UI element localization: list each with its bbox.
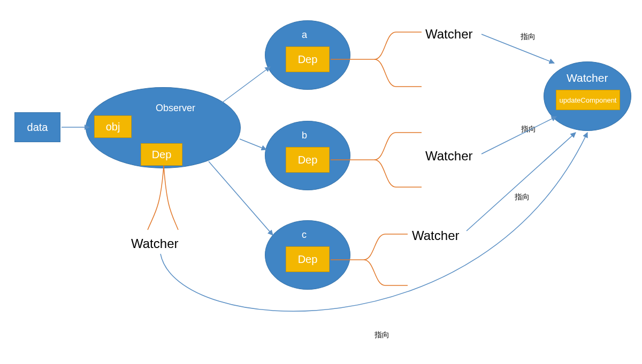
data-node: data [14,112,60,142]
a-dep-box: Dep [286,47,330,72]
observer-title: Observer [156,103,195,114]
watcher-label-c: Watcher [412,228,459,243]
observer-obj-box: obj [94,115,132,138]
bracket-a-bottom [374,59,422,87]
arrow-watcher-a-node [482,34,554,63]
observer-dep-label: Dep [152,149,172,161]
arrow-observer-a [222,67,270,103]
watcher-label-a: Watcher [425,27,472,42]
observer-node: Observer obj Dep [86,87,241,168]
bracket-b-bottom [374,160,422,187]
watcher-node: Watcher updateComponent [544,61,631,131]
watcher-label-bottom: Watcher [131,236,178,251]
bracket-observer-dep-left [148,166,164,230]
a-dep-label: Dep [298,53,318,66]
observer-obj-label: obj [106,121,120,133]
a-node: a Dep [265,20,350,90]
point-label-2: 指向 [521,125,536,134]
arrow-watcher-c-node [467,133,576,231]
bracket-c-bottom [364,260,408,285]
b-title: b [302,130,307,141]
data-label: data [27,121,48,134]
b-dep-box: Dep [286,147,330,173]
arrow-observer-b [240,139,266,150]
arrow-observer-c [209,161,273,235]
c-title: c [302,229,307,241]
watcher-content-label: updateComponent [560,96,617,104]
watcher-label-b: Watcher [425,149,472,164]
c-dep-box: Dep [286,246,330,272]
watcher-content-box: updateComponent [556,90,620,110]
a-title: a [302,29,307,41]
watcher-node-title: Watcher [567,72,608,84]
b-dep-label: Dep [298,154,318,166]
b-node: b Dep [265,121,350,190]
c-node: c Dep [265,220,350,290]
point-label-3: 指向 [515,192,530,202]
point-label-1: 指向 [521,32,536,42]
arrow-bottom-watcher-node [160,133,587,311]
arrow-watcher-b-node [482,117,556,154]
c-dep-label: Dep [298,253,318,266]
point-label-4: 指向 [374,330,389,340]
bracket-observer-dep-right [164,166,178,230]
observer-dep-box: Dep [141,143,182,166]
